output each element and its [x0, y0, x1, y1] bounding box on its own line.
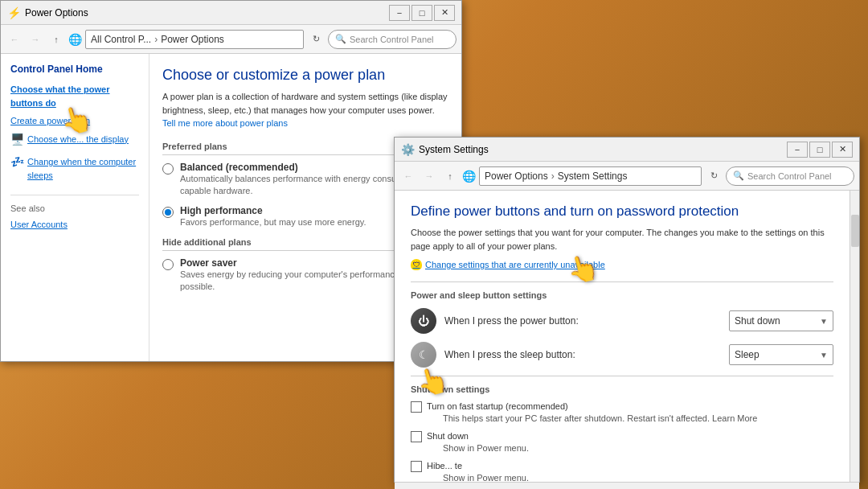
control-panel-home-link[interactable]: Control Panel Home — [10, 64, 139, 75]
sys-path-power: Power Options — [485, 171, 548, 182]
power-options-window: ⚡ Power Options − □ ✕ ← → ↑ 🌐 All Contro… — [0, 0, 462, 362]
sys-refresh-button[interactable]: ↻ — [705, 167, 723, 185]
fast-startup-checkbox-item: Turn on fast startup (recommended) This … — [411, 401, 833, 425]
shutdown-checkbox[interactable] — [411, 431, 422, 442]
system-minimize-button[interactable]: − — [787, 142, 808, 158]
sys-path-settings: System Settings — [558, 171, 628, 182]
system-content: Define power buttons and turn on passwor… — [395, 191, 859, 482]
system-title-bar: ⚙️ System Settings − □ ✕ — [395, 138, 859, 162]
shutdown-checkbox-label: Shut down — [427, 430, 529, 442]
fast-startup-checkbox[interactable] — [411, 401, 422, 413]
change-unavailable-link[interactable]: 🛡 Change settings that are currently una… — [411, 259, 833, 270]
sys-back-button[interactable]: ← — [399, 167, 417, 185]
scrollbar-thumb[interactable] — [851, 215, 859, 247]
power-address-path[interactable]: All Control P... › Power Options — [85, 30, 304, 49]
power-back-button[interactable]: ← — [6, 31, 23, 48]
fast-startup-label: Turn on fast startup (recommended) — [427, 401, 757, 413]
sleep-dropdown-arrow: ▼ — [820, 351, 828, 360]
sys-up-button[interactable]: ↑ — [441, 167, 459, 185]
system-maximize-button[interactable]: □ — [809, 142, 830, 158]
power-sidebar: Control Panel Home Choose what the power… — [1, 54, 149, 361]
sidebar-divider — [10, 195, 139, 195]
shutdown-content: Shut down Show in Power menu. — [427, 430, 529, 455]
power-search-icon: 🔍 — [335, 34, 346, 44]
system-main-title: Define power buttons and turn on passwor… — [411, 203, 833, 220]
power-saver-radio[interactable] — [162, 259, 174, 270]
sidebar-see-also: See also — [10, 203, 139, 213]
system-scrollbar[interactable] — [850, 191, 859, 482]
power-dropdown-arrow: ▼ — [820, 317, 828, 326]
sidebar-user-accounts-link[interactable]: User Accounts — [10, 218, 139, 232]
system-address-bar: ← → ↑ 🌐 Power Options › System Settings … — [395, 162, 859, 191]
sys-globe-icon: 🌐 — [462, 170, 476, 183]
hibernate-checkbox[interactable] — [411, 461, 422, 472]
power-maximize-button[interactable]: □ — [411, 5, 432, 21]
hibernate-checkbox-item: Hibe... te Show in Power menu. — [411, 460, 833, 482]
path-sep1: › — [154, 34, 158, 45]
power-sleep-section-label: Power and sleep button settings — [411, 290, 833, 300]
power-up-button[interactable]: ↑ — [47, 31, 65, 48]
power-main-title: Choose or customize a power plan — [162, 67, 448, 84]
power-button-label: When I press the power button: — [444, 315, 721, 327]
power-close-button[interactable]: ✕ — [434, 5, 455, 21]
tell-me-more-link[interactable]: Tell me more about power plans — [162, 118, 288, 128]
shutdown-section-label: Shutdown settings — [411, 384, 833, 394]
shield-icon: 🛡 — [411, 259, 422, 270]
power-button-icon: ⏻ — [411, 308, 436, 334]
power-saver-name: Power saver — [180, 257, 237, 269]
power-symbol: ⏻ — [418, 314, 429, 327]
sidebar-sleep-icon: 💤 — [10, 155, 24, 168]
power-globe-icon: 🌐 — [68, 33, 82, 46]
system-title-buttons: − □ ✕ — [787, 142, 853, 158]
power-minimize-button[interactable]: − — [389, 5, 410, 21]
sidebar-display-icon: 🖥️ — [10, 133, 24, 146]
hibernate-label: Hibe... te — [427, 460, 529, 472]
power-refresh-button[interactable]: ↻ — [307, 31, 325, 48]
power-main-desc: A power plan is a collection of hardware… — [162, 90, 448, 130]
hibernate-content: Hibe... te Show in Power menu. — [427, 460, 529, 482]
system-footer: Save changes Cancel — [395, 482, 859, 489]
change-link-text: Change settings that are currently unava… — [425, 260, 605, 269]
system-close-button[interactable]: ✕ — [832, 142, 853, 158]
shutdown-checkbox-sub: Show in Power menu. — [443, 442, 529, 454]
system-window-title: System Settings — [419, 144, 787, 155]
shutdown-divider — [411, 376, 833, 376]
sidebar-display-link[interactable]: Choose whe... the display — [27, 133, 129, 146]
sys-address-path[interactable]: Power Options › System Settings — [479, 166, 702, 186]
sys-forward-button[interactable]: → — [420, 167, 438, 185]
power-button-value: Shut down — [735, 315, 780, 327]
power-desc-text: A power plan is a collection of hardware… — [162, 92, 448, 115]
sleep-button-icon: ☾ — [411, 342, 436, 368]
learn-more-link[interactable]: Learn More — [712, 413, 757, 423]
sidebar-sleep-link[interactable]: Change when the computer sleeps — [27, 155, 139, 182]
shutdown-checkbox-item: Shut down Show in Power menu. — [411, 430, 833, 455]
power-search-placeholder: Search Control Panel — [350, 35, 434, 44]
sleep-symbol: ☾ — [419, 348, 429, 361]
system-window-icon: ⚙️ — [401, 143, 414, 156]
sidebar-power-buttons-link[interactable]: Choose what the power buttons do — [10, 83, 139, 109]
hibernate-sub: Show in Power menu. — [443, 472, 529, 482]
power-button-dropdown[interactable]: Shut down ▼ — [729, 310, 833, 331]
balanced-radio[interactable] — [162, 163, 174, 175]
sleep-button-dropdown[interactable]: Sleep ▼ — [729, 344, 833, 365]
sys-search-placeholder: Search Control Panel — [747, 171, 832, 181]
path-all-control: All Control P... — [91, 34, 151, 45]
sidebar-create-plan-link[interactable]: Create a power plan — [10, 114, 139, 128]
power-window-icon: ⚡ — [7, 6, 20, 19]
power-title-bar: ⚡ Power Options − □ ✕ — [1, 1, 461, 25]
system-settings-window: ⚙️ System Settings − □ ✕ ← → ↑ 🌐 Power O… — [394, 137, 860, 483]
sys-path-sep: › — [551, 171, 555, 182]
high-perf-radio[interactable] — [162, 207, 174, 218]
power-window-title: Power Options — [25, 7, 389, 18]
fast-startup-desc: This helps start your PC faster after sh… — [443, 413, 757, 425]
power-title-buttons: − □ ✕ — [389, 5, 455, 21]
balanced-plan-name: Balanced (recommended) — [180, 162, 298, 173]
power-search-box[interactable]: 🔍 Search Control Panel — [328, 30, 457, 49]
fast-startup-content: Turn on fast startup (recommended) This … — [427, 401, 757, 425]
power-address-bar: ← → ↑ 🌐 All Control P... › Power Options… — [1, 25, 461, 54]
power-section-divider — [411, 281, 833, 282]
sys-search-box[interactable]: 🔍 Search Control Panel — [726, 166, 854, 186]
power-forward-button[interactable]: → — [27, 31, 44, 48]
sleep-button-setting: ☾ When I press the sleep button: Sleep ▼ — [411, 342, 833, 368]
path-power-options: Power Options — [161, 34, 224, 45]
